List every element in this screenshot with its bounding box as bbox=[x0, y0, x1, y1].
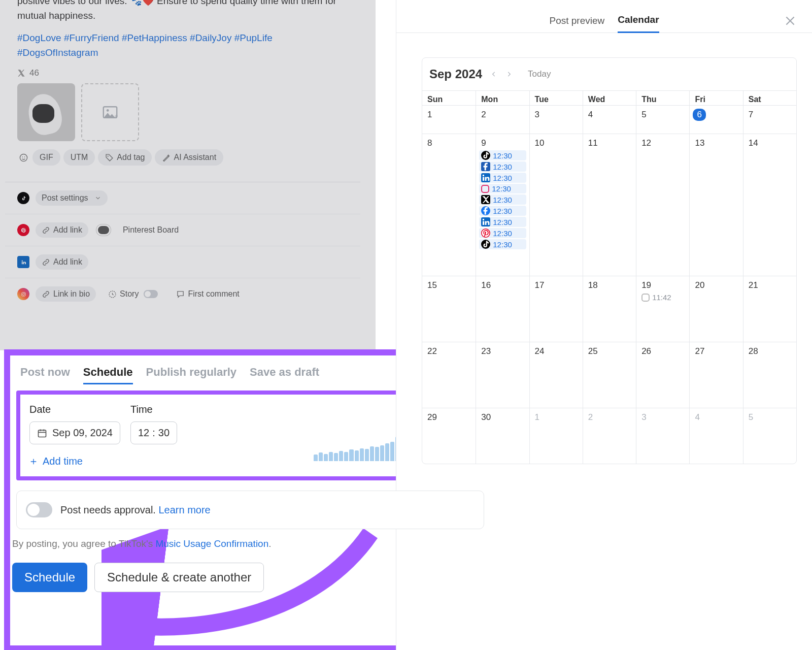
post-text[interactable]: positive vibes to our lives. 🐾❤️ Ensure … bbox=[17, 0, 348, 23]
close-icon bbox=[784, 14, 797, 27]
calendar-day[interactable]: 1911:42 bbox=[636, 276, 689, 342]
post-settings-button[interactable]: Post settings bbox=[36, 190, 108, 206]
add-link-button[interactable]: Add link bbox=[36, 254, 88, 270]
calendar-day[interactable]: 5 bbox=[743, 408, 796, 464]
dow-header: Sun bbox=[422, 90, 476, 105]
emoji-button[interactable] bbox=[17, 151, 29, 164]
calendar-day[interactable]: 1 bbox=[422, 105, 476, 134]
day-number: 5 bbox=[639, 109, 648, 121]
scheduled-post[interactable]: 12:30 bbox=[479, 194, 526, 205]
next-month-button[interactable] bbox=[505, 71, 513, 78]
calendar-day[interactable]: 14 bbox=[743, 134, 796, 276]
pin-icon bbox=[481, 229, 490, 238]
tab-calendar[interactable]: Calendar bbox=[618, 14, 659, 33]
calendar-day[interactable]: 28 bbox=[743, 342, 796, 408]
calendar-day[interactable]: 3 bbox=[529, 105, 583, 134]
calendar-day[interactable]: 912:3012:3012:3012:3012:3012:3012:3012:3… bbox=[476, 134, 529, 276]
calendar-day[interactable]: 7 bbox=[743, 105, 796, 134]
image-add-icon: + bbox=[103, 106, 118, 118]
scheduled-post[interactable]: 12:30 bbox=[479, 150, 526, 160]
day-number: 18 bbox=[586, 279, 600, 291]
instagram-outline-icon bbox=[481, 185, 489, 193]
hashtags[interactable]: #DogLove #FurryFriend #PetHappiness #Dai… bbox=[17, 31, 348, 60]
calendar-day[interactable]: 26 bbox=[636, 342, 689, 408]
image-thumb[interactable] bbox=[17, 83, 75, 141]
calendar-day[interactable]: 27 bbox=[689, 342, 742, 408]
add-image-button[interactable]: + bbox=[81, 83, 139, 141]
add-link-button[interactable]: Add link bbox=[36, 222, 88, 238]
ai-assistant-button[interactable]: AI Assistant bbox=[155, 149, 223, 166]
scheduled-post[interactable]: 12:30 bbox=[479, 217, 526, 227]
calendar-day[interactable]: 1 bbox=[529, 408, 583, 464]
tab-publish-regularly[interactable]: Publish regularly bbox=[146, 366, 237, 384]
schedule-button[interactable]: Schedule bbox=[12, 563, 87, 592]
fb-icon bbox=[481, 206, 490, 215]
scheduled-post[interactable]: 12:30 bbox=[479, 161, 526, 172]
link-in-bio-button[interactable]: Link in bio bbox=[36, 286, 96, 302]
calendar-day[interactable]: 2 bbox=[583, 408, 636, 464]
scheduled-post[interactable]: 12:30 bbox=[479, 239, 526, 249]
today-link[interactable]: Today bbox=[528, 69, 551, 79]
time-input[interactable]: 12 : 30 bbox=[130, 421, 177, 444]
scheduled-post[interactable]: 12:30 bbox=[479, 206, 526, 216]
day-number: 7 bbox=[747, 109, 755, 121]
tab-post-preview[interactable]: Post preview bbox=[549, 15, 604, 32]
dow-header: Mon bbox=[476, 90, 529, 105]
calendar-day[interactable]: 13 bbox=[689, 134, 742, 276]
svg-point-3 bbox=[20, 154, 27, 161]
dow-header: Tue bbox=[529, 90, 583, 105]
close-button[interactable] bbox=[784, 14, 797, 27]
add-time-button[interactable]: Add time bbox=[29, 456, 83, 467]
tab-post-now[interactable]: Post now bbox=[20, 366, 70, 384]
calendar-icon bbox=[37, 428, 47, 438]
calendar-day[interactable]: 4 bbox=[583, 105, 636, 134]
calendar-day[interactable]: 20 bbox=[689, 276, 742, 342]
tab-schedule[interactable]: Schedule bbox=[83, 366, 133, 384]
plus-icon bbox=[29, 458, 38, 466]
calendar-day[interactable]: 21 bbox=[743, 276, 796, 342]
clock-icon bbox=[108, 290, 117, 299]
scheduled-post[interactable]: 12:30 bbox=[479, 228, 526, 238]
utm-button[interactable]: UTM bbox=[63, 149, 95, 166]
day-number: 1 bbox=[425, 109, 434, 121]
calendar-day[interactable]: 25 bbox=[583, 342, 636, 408]
day-number: 4 bbox=[586, 109, 595, 121]
day-number: 19 bbox=[639, 279, 653, 291]
calendar-day[interactable]: 18 bbox=[583, 276, 636, 342]
calendar-day[interactable]: 4 bbox=[689, 408, 742, 464]
calendar-day[interactable]: 12 bbox=[636, 134, 689, 276]
calendar-day[interactable]: 11 bbox=[583, 134, 636, 276]
add-tag-button[interactable]: Add tag bbox=[98, 149, 152, 166]
calendar-day[interactable]: 15 bbox=[422, 276, 476, 342]
calendar-day[interactable]: 6 bbox=[689, 105, 742, 134]
scheduled-post[interactable]: 12:30 bbox=[479, 173, 526, 183]
calendar-day[interactable]: 17 bbox=[529, 276, 583, 342]
calendar-day[interactable]: 8 bbox=[422, 134, 476, 276]
calendar-day[interactable]: 5 bbox=[636, 105, 689, 134]
schedule-create-another-button[interactable]: Schedule & create another bbox=[94, 563, 264, 592]
gif-button[interactable]: GIF bbox=[32, 149, 60, 166]
scheduled-post[interactable]: 12:30 bbox=[479, 184, 526, 193]
x-char-count: 46 bbox=[17, 68, 348, 78]
calendar-day[interactable]: 10 bbox=[529, 134, 583, 276]
date-input[interactable]: Sep 09, 2024 bbox=[29, 421, 120, 444]
calendar-day[interactable]: 3 bbox=[636, 408, 689, 464]
calendar-day[interactable]: 16 bbox=[476, 276, 529, 342]
calendar-day[interactable]: 24 bbox=[529, 342, 583, 408]
calendar-day[interactable]: 23 bbox=[476, 342, 529, 408]
approval-toggle[interactable] bbox=[26, 502, 52, 517]
tag-icon bbox=[105, 153, 114, 162]
first-comment-button[interactable]: First comment bbox=[170, 286, 245, 302]
pinterest-board-button[interactable]: Pinterest Board bbox=[117, 222, 185, 238]
calendar-day[interactable]: 22 bbox=[422, 342, 476, 408]
prev-month-button[interactable] bbox=[490, 71, 497, 78]
calendar-day[interactable]: 2 bbox=[476, 105, 529, 134]
learn-more-link[interactable]: Learn more bbox=[158, 504, 210, 515]
tab-save-draft[interactable]: Save as draft bbox=[250, 366, 319, 384]
calendar-day[interactable]: 29 bbox=[422, 408, 476, 464]
day-number: 21 bbox=[747, 279, 760, 291]
calendar-day[interactable]: 30 bbox=[476, 408, 529, 464]
scheduled-post[interactable]: 11:42 bbox=[639, 292, 686, 302]
story-toggle[interactable]: Story bbox=[102, 286, 164, 302]
music-usage-link[interactable]: Music Usage Confirmation bbox=[155, 538, 268, 549]
